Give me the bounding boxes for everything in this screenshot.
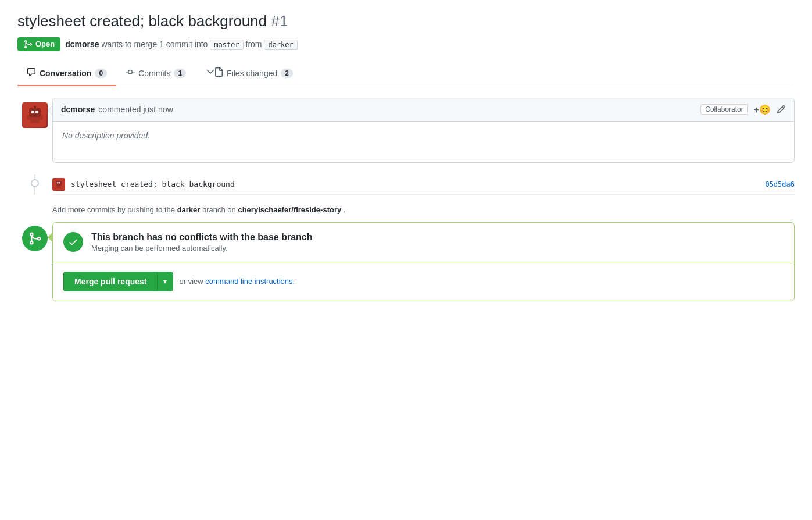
merge-section: This branch has no conflicts with the ba… xyxy=(17,222,795,301)
pencil-icon xyxy=(777,105,786,114)
pr-status-text: Open xyxy=(35,40,55,48)
tab-commits[interactable]: Commits 1 xyxy=(116,62,195,86)
merge-button-group: Merge pull request ▾ xyxy=(63,272,173,291)
comment-author: dcmorse xyxy=(61,105,95,114)
commit-message: stylesheet created; black background xyxy=(71,180,759,188)
tab-conversation[interactable]: Conversation 0 xyxy=(17,62,116,86)
pr-head-branch: darker xyxy=(264,40,297,50)
tab-conversation-label: Conversation xyxy=(40,69,91,78)
view-text: or view xyxy=(179,277,203,286)
commits-icon xyxy=(126,67,135,79)
comment-timestamp: commented just now xyxy=(98,105,173,114)
pr-meta-text: dcmorse wants to merge 1 commit into mas… xyxy=(65,40,298,49)
svg-rect-7 xyxy=(33,115,37,116)
commit-sha-link[interactable]: 05d5da6 xyxy=(765,180,795,188)
checkmark-icon xyxy=(68,237,78,247)
git-merge-large-icon xyxy=(28,231,42,245)
commit-dot xyxy=(31,179,39,187)
svg-rect-6 xyxy=(40,115,43,120)
svg-rect-12 xyxy=(59,182,61,184)
tab-commits-count: 1 xyxy=(174,69,186,78)
conversation-content: dcmorse commented just now Collaborator … xyxy=(17,98,795,163)
collaborator-badge: Collaborator xyxy=(700,104,747,115)
tabs-bar: Conversation 0 Commits 1 Files changed 2 xyxy=(17,62,795,86)
comment-container: dcmorse commented just now Collaborator … xyxy=(52,98,795,163)
merge-dropdown-button[interactable]: ▾ xyxy=(157,272,173,291)
merge-box-wrapper: This branch has no conflicts with the ba… xyxy=(52,222,795,301)
comment-header: dcmorse commented just now Collaborator … xyxy=(53,98,794,122)
avatar-image xyxy=(22,102,48,128)
push-notice-end: . xyxy=(344,205,346,214)
files-changed-icon2 xyxy=(214,67,223,79)
author-avatar xyxy=(22,102,48,128)
merge-box-status: This branch has no conflicts with the ba… xyxy=(53,223,794,262)
edit-comment-button[interactable] xyxy=(777,105,786,114)
push-notice-repo-link[interactable]: cherylschaefer/fireside-story xyxy=(238,205,341,214)
comment-body: No description provided. xyxy=(53,122,794,162)
tab-commits-label: Commits xyxy=(138,69,170,78)
pr-number: #1 xyxy=(271,12,288,30)
git-merge-icon xyxy=(23,40,33,49)
svg-rect-5 xyxy=(27,115,30,120)
pr-status-badge: Open xyxy=(17,37,60,51)
pr-commit-word: commit xyxy=(166,40,192,49)
merge-box-actions: Merge pull request ▾ or view command lin… xyxy=(53,262,794,301)
svg-rect-13 xyxy=(56,186,61,188)
reaction-icon: +😊 xyxy=(754,104,771,115)
view-instructions-text: or view command line instructions. xyxy=(179,277,295,286)
conversation-icon xyxy=(27,67,36,79)
comment-body-text: No description provided. xyxy=(62,131,150,140)
comment-header-left: dcmorse commented just now xyxy=(61,105,173,114)
pr-action: wants to merge xyxy=(101,40,157,49)
push-notice: Add more commits by pushing to the darke… xyxy=(52,205,795,214)
tab-files-changed[interactable]: Files changed 2 xyxy=(195,62,302,86)
merge-status-text: This branch has no conflicts with the ba… xyxy=(91,232,313,252)
dropdown-arrow-icon: ▾ xyxy=(163,277,167,286)
pr-from-label: from xyxy=(246,40,262,49)
files-changed-icon xyxy=(205,67,214,79)
command-line-instructions-link[interactable]: command line instructions. xyxy=(205,277,295,286)
merge-gutter xyxy=(17,222,52,301)
svg-rect-8 xyxy=(34,106,36,109)
pr-title: stylesheet created; black background #1 xyxy=(17,12,795,31)
merge-pull-request-button[interactable]: Merge pull request xyxy=(63,272,157,291)
svg-rect-4 xyxy=(30,117,40,123)
push-notice-before: Add more commits by pushing to the xyxy=(52,205,175,214)
pr-base-branch: master xyxy=(210,40,243,50)
merge-box: This branch has no conflicts with the ba… xyxy=(52,222,795,301)
tab-conversation-count: 0 xyxy=(95,69,107,78)
push-notice-branch: darker xyxy=(177,205,201,214)
tab-files-changed-label: Files changed xyxy=(227,69,277,78)
svg-rect-3 xyxy=(35,111,38,113)
add-reaction-button[interactable]: +😊 xyxy=(754,104,771,115)
tab-files-changed-count: 2 xyxy=(281,69,293,78)
comment-box: dcmorse commented just now Collaborator … xyxy=(52,98,795,163)
commit-entry: stylesheet created; black background 05d… xyxy=(52,174,795,195)
merge-status-subtitle: Merging can be performed automatically. xyxy=(91,244,313,252)
svg-rect-10 xyxy=(56,181,62,186)
avatar-gutter xyxy=(17,98,52,163)
commit-author-avatar xyxy=(52,178,65,191)
pr-into-label: into xyxy=(195,40,208,49)
timeline-gutter xyxy=(17,174,52,195)
pr-title-text: stylesheet created; black background xyxy=(17,12,267,30)
svg-rect-11 xyxy=(57,182,59,184)
push-notice-middle: branch on xyxy=(202,205,236,214)
comment-header-right: Collaborator +😊 xyxy=(700,104,786,115)
merge-status-title: This branch has no conflicts with the ba… xyxy=(91,232,313,243)
pr-author: dcmorse xyxy=(65,40,99,49)
pr-commits-count: 1 xyxy=(159,40,164,49)
merge-icon-circle xyxy=(22,226,48,251)
merge-check-circle xyxy=(63,232,83,252)
svg-rect-2 xyxy=(31,111,34,113)
pr-meta: Open dcmorse wants to merge 1 commit int… xyxy=(17,37,795,51)
commit-timeline: stylesheet created; black background 05d… xyxy=(17,174,795,195)
